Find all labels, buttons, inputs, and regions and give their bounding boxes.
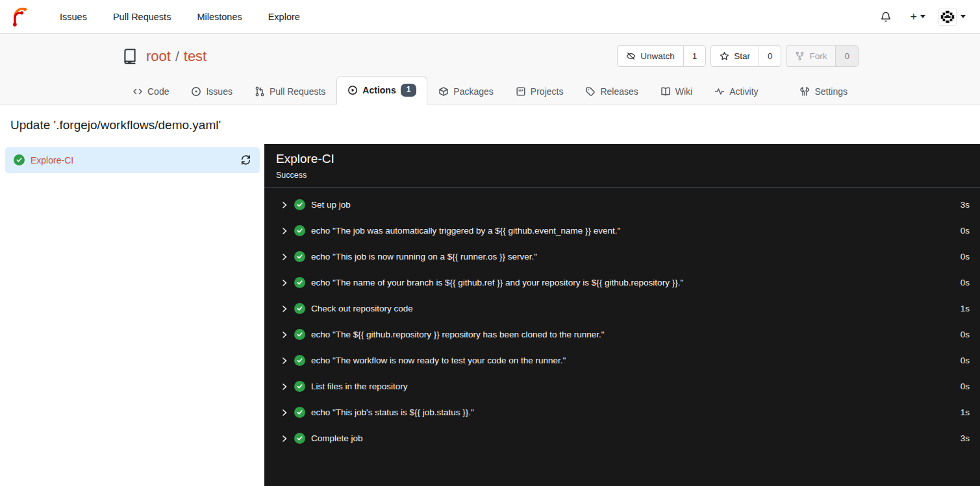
star-icon xyxy=(720,51,729,61)
step-name: echo "This job is now running on a ${{ r… xyxy=(311,252,955,261)
step-row[interactable]: echo "This job's status is ${{ job.statu… xyxy=(264,400,980,426)
tab-label: Packages xyxy=(453,86,493,97)
tab-code[interactable]: Code xyxy=(121,79,180,104)
log-header: Explore-CI Success xyxy=(264,144,980,188)
chevron-right-icon xyxy=(281,305,288,313)
tab-projects[interactable]: Projects xyxy=(505,79,575,104)
tab-releases[interactable]: Releases xyxy=(574,79,649,104)
step-row[interactable]: Set up job 3s xyxy=(264,192,980,218)
plus-icon: + xyxy=(910,11,917,23)
code-icon xyxy=(132,86,143,97)
forks-count[interactable]: 0 xyxy=(835,46,858,66)
tab-label: Releases xyxy=(600,86,638,97)
user-menu-dropdown[interactable] xyxy=(937,5,967,29)
navbar-links: Issues Pull Requests Milestones Explore xyxy=(47,12,313,22)
issue-circle-icon xyxy=(191,86,201,97)
tab-wiki[interactable]: Wiki xyxy=(649,79,703,104)
repo-book-icon xyxy=(121,48,138,65)
actions-run-page: Update '.forgejo/workflows/demo.yaml' Ex… xyxy=(0,104,980,486)
fork-button-group: Fork 0 xyxy=(786,45,859,67)
chevron-right-icon xyxy=(281,227,288,235)
chevron-right-icon xyxy=(281,201,288,209)
chevron-right-icon xyxy=(281,331,288,339)
step-row[interactable]: echo "The job was automatically triggere… xyxy=(264,218,980,244)
settings-tools-icon xyxy=(799,86,810,97)
top-navbar: Issues Pull Requests Milestones Explore … xyxy=(0,0,980,34)
tab-label: Settings xyxy=(814,86,848,97)
step-duration: 1s xyxy=(961,304,970,313)
step-row[interactable]: Complete job 3s xyxy=(264,426,980,452)
step-success-icon xyxy=(294,277,305,288)
jobs-sidebar: Explore-CI xyxy=(0,144,264,486)
log-job-status: Success xyxy=(276,171,968,180)
step-row[interactable]: echo "The ${{ github.repository }} repos… xyxy=(264,322,980,348)
step-name: echo "The name of your branch is ${{ git… xyxy=(311,278,955,287)
step-row[interactable]: List files in the repository 0s xyxy=(264,374,980,400)
actions-count-badge: 1 xyxy=(401,84,417,97)
tab-label: Code xyxy=(147,86,169,97)
navbar-item-issues[interactable]: Issues xyxy=(47,12,100,22)
star-button-group: Star 0 xyxy=(710,45,781,67)
step-duration: 0s xyxy=(961,382,970,391)
forgejo-logo-icon[interactable] xyxy=(10,7,30,27)
repo-header: root / test Unwatch 1 xyxy=(0,34,980,104)
repo-name-link[interactable]: test xyxy=(184,48,207,65)
step-duration: 0s xyxy=(961,330,970,339)
unwatch-button[interactable]: Unwatch xyxy=(618,46,683,66)
repo-action-buttons: Unwatch 1 Star 0 xyxy=(617,45,859,67)
stars-count[interactable]: 0 xyxy=(759,46,781,66)
tab-label: Actions xyxy=(362,85,396,95)
tab-label: Pull Requests xyxy=(270,86,325,97)
tab-label: Activity xyxy=(729,86,758,97)
step-duration: 1s xyxy=(961,407,970,417)
create-new-dropdown[interactable]: + xyxy=(903,7,932,27)
log-job-title: Explore-CI xyxy=(276,152,968,166)
tab-packages[interactable]: Packages xyxy=(427,79,504,104)
step-success-icon xyxy=(294,407,305,418)
step-duration: 0s xyxy=(961,356,970,365)
job-log-panel: Explore-CI Success Set up job 3s echo "T… xyxy=(264,144,980,486)
job-item-explore-ci[interactable]: Explore-CI xyxy=(5,147,260,173)
wiki-book-icon xyxy=(660,86,671,97)
notifications-bell-icon[interactable] xyxy=(873,7,898,27)
tab-activity[interactable]: Activity xyxy=(703,79,769,104)
step-row[interactable]: Check out repository code 1s xyxy=(264,296,980,322)
step-duration: 0s xyxy=(961,252,970,261)
run-layout: Explore-CI Explore-CI Success xyxy=(0,144,980,486)
navbar-item-pull-requests[interactable]: Pull Requests xyxy=(100,12,184,22)
eye-slash-icon xyxy=(626,51,636,61)
step-row[interactable]: echo "The name of your branch is ${{ git… xyxy=(264,270,980,296)
step-success-icon xyxy=(294,329,305,340)
tag-icon xyxy=(585,86,596,97)
step-duration: 0s xyxy=(961,278,970,287)
step-success-icon xyxy=(294,251,305,262)
tab-label: Issues xyxy=(206,86,232,97)
rerun-refresh-icon[interactable] xyxy=(240,154,251,165)
chevron-right-icon xyxy=(281,253,288,261)
repo-breadcrumb: root / test xyxy=(146,48,207,65)
star-button[interactable]: Star xyxy=(711,46,759,66)
step-row[interactable]: echo "The workflow is now ready to test … xyxy=(264,348,980,374)
navbar-item-milestones[interactable]: Milestones xyxy=(184,12,255,22)
fork-button[interactable]: Fork xyxy=(786,46,835,66)
tab-actions[interactable]: Actions 1 xyxy=(336,76,427,104)
step-row[interactable]: echo "This job is now running on a ${{ r… xyxy=(264,244,980,270)
fork-icon xyxy=(795,51,805,61)
fork-label: Fork xyxy=(809,51,827,61)
watchers-count[interactable]: 1 xyxy=(683,46,706,66)
navbar-item-explore[interactable]: Explore xyxy=(255,12,313,22)
step-name: Check out repository code xyxy=(311,304,955,313)
chevron-down-icon xyxy=(961,15,966,18)
navbar-right: + xyxy=(873,5,967,29)
star-label: Star xyxy=(734,51,750,61)
tab-issues[interactable]: Issues xyxy=(180,79,243,104)
step-success-icon xyxy=(294,303,305,314)
job-success-icon xyxy=(14,154,25,165)
step-name: echo "This job's status is ${{ job.statu… xyxy=(311,407,955,417)
tab-settings[interactable]: Settings xyxy=(788,79,859,104)
play-circle-icon xyxy=(347,85,358,95)
tab-pull-requests[interactable]: Pull Requests xyxy=(244,79,336,104)
package-cube-icon xyxy=(438,86,449,97)
tab-label: Projects xyxy=(531,86,564,97)
repo-owner-link[interactable]: root xyxy=(146,48,171,65)
